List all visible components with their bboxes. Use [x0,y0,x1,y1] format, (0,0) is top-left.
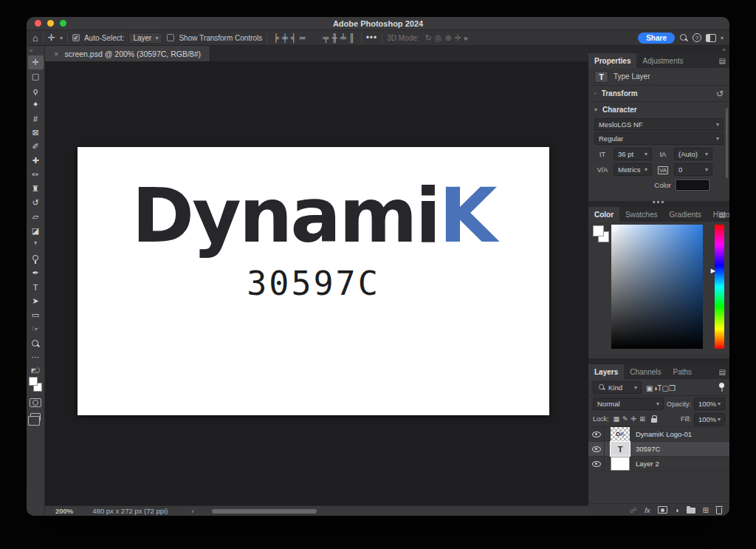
align-top-edges-icon[interactable]: ╤ [323,33,329,42]
tracking-select[interactable]: 0 ▾ [674,163,712,176]
panel-menu-icon[interactable]: ▤ [719,57,726,65]
character-section-header[interactable]: ▾ Character [588,102,729,117]
layer-visibility-toggle[interactable] [588,442,605,456]
layer-row[interactable]: T30597C [588,442,729,457]
filter-kind-select[interactable]: Kind ▾ [593,381,642,394]
pen-tool[interactable]: ✒ [28,266,44,280]
document-tab[interactable]: × screen.psd @ 200% (30597C, RGB/8#) [45,46,210,61]
tab-color[interactable]: Color [588,207,619,222]
add-mask-icon[interactable] [658,506,667,514]
minimize-window-button[interactable] [47,20,54,27]
transform-section-header[interactable]: › Transform ↺ [588,86,729,102]
canvas[interactable]: DynamiK 30597C [78,147,549,415]
tab-adjustments[interactable]: Adjustments [636,53,689,68]
panel-scrollbar[interactable] [726,108,728,178]
tab-gradients[interactable]: Gradients [663,207,707,222]
saturation-brightness-field[interactable] [611,225,703,349]
collapse-panels-icon[interactable]: » [588,46,729,53]
gradient-tool[interactable]: ◪ [28,224,44,238]
healing-brush-tool[interactable]: ✚ [28,154,44,168]
align-right-edges-icon[interactable]: ╡ [291,33,297,42]
foreground-background-colors[interactable] [593,225,611,243]
object-selection-tool[interactable]: ✦ [28,98,44,112]
home-icon[interactable]: ⌂ [32,33,38,44]
foreground-color-chip[interactable] [29,377,38,386]
swap-colors-icon[interactable]: ◩⤸ [31,367,40,375]
lasso-tool[interactable]: ϙ [28,83,44,98]
eyedropper-tool[interactable]: ✐ [28,140,44,154]
font-style-select[interactable]: Regular ▾ [594,132,724,145]
collapse-tools-icon[interactable]: » [27,46,44,55]
lock-position-icon[interactable]: ✛ [631,415,637,423]
fill-select[interactable]: 100% ▾ [694,413,725,426]
delete-layer-icon[interactable] [716,508,722,514]
link-layers-icon[interactable]: ☍ [630,506,637,514]
tab-properties[interactable]: Properties [588,53,636,68]
align-vertical-centers-icon[interactable]: ╫ [331,33,337,42]
show-transform-controls-checkbox[interactable] [167,34,174,41]
dodge-tool[interactable] [28,252,44,266]
hue-slider-pointer[interactable]: ▶ [711,268,715,274]
layer-thumbnail[interactable] [611,457,630,471]
zoom-tool[interactable] [28,336,44,350]
blur-tool[interactable]: ❜ [28,238,44,252]
frame-tool[interactable]: ⊠ [28,126,44,140]
lock-all-icon[interactable] [651,415,657,423]
filter-smart-objects-icon[interactable]: ❐ [669,384,676,392]
lock-transparent-pixels-icon[interactable]: ▦ [614,415,620,423]
panel-menu-icon[interactable]: ▤ [719,211,726,219]
rectangle-tool[interactable]: ▭ [28,308,44,322]
history-brush-tool[interactable]: ↺ [28,196,44,210]
align-left-edges-icon[interactable]: ╞ [273,33,279,42]
move-tool-preset-icon[interactable]: ✛ [48,33,55,43]
distribute-icon[interactable]: ║ [349,33,355,42]
type-tool[interactable]: T [28,280,44,294]
panel-menu-icon[interactable]: ▤ [719,368,726,376]
zoom-level-field[interactable]: 200% [45,507,80,515]
more-character-options[interactable]: ••• [588,197,729,206]
marquee-tool[interactable]: ▢ [28,69,44,83]
more-options-button[interactable]: ••• [366,33,378,43]
blend-mode-select[interactable]: Normal ▾ [593,398,664,410]
chevron-down-icon[interactable]: ▾ [60,35,63,41]
close-tab-icon[interactable]: × [54,50,58,58]
lock-image-pixels-icon[interactable]: ✎ [622,415,628,423]
text-color-swatch[interactable] [676,180,709,190]
leading-select[interactable]: (Auto) ▾ [674,148,712,160]
filter-toggle-pin[interactable] [719,383,725,392]
tab-paths[interactable]: Paths [667,364,698,379]
path-selection-tool[interactable]: ➤ [28,294,44,308]
chevron-down-icon[interactable]: ▾ [721,35,724,41]
tab-swatches[interactable]: Swatches [619,207,663,222]
layer-row[interactable]: Layer 2 [588,457,729,471]
screen-mode-button[interactable] [30,413,41,421]
layer-effects-icon[interactable]: fx [645,506,650,514]
lock-artboard-icon[interactable]: ⊞ [639,415,645,423]
font-size-select[interactable]: 36 pt ▾ [614,148,652,160]
eraser-tool[interactable]: ▱ [28,210,44,224]
align-center-icon[interactable]: ═ [300,33,306,42]
filter-shape-layers-icon[interactable]: ▢ [662,384,669,392]
tab-channels[interactable]: Channels [624,364,667,379]
font-family-select[interactable]: MesloLGS NF ▾ [594,118,724,131]
layer-visibility-toggle[interactable] [588,427,605,441]
crop-tool[interactable]: # [28,112,44,126]
new-layer-icon[interactable]: ⊞ [703,506,709,514]
brush-tool[interactable]: ✏ [28,168,44,182]
align-bottom-edges-icon[interactable]: ╧ [340,33,346,42]
hue-slider[interactable] [715,225,724,349]
new-group-icon[interactable] [687,508,695,514]
align-horizontal-centers-icon[interactable]: ╪ [282,33,288,42]
maximize-window-button[interactable] [60,20,66,27]
reset-transform-icon[interactable]: ↺ [716,89,724,99]
workspace-switcher-icon[interactable] [706,34,716,42]
search-icon[interactable] [679,33,688,42]
share-button[interactable]: Share [638,33,675,44]
layer-row[interactable]: DKDynamiK Logo-01 [588,427,729,442]
color-picker-indicator[interactable] [613,226,618,231]
layer-visibility-toggle[interactable] [588,457,605,471]
tab-layers[interactable]: Layers [588,364,624,379]
adjustment-layer-icon[interactable]: ◑ [675,506,679,514]
edit-toolbar-button[interactable]: ⋯ [28,350,44,364]
help-icon[interactable]: ? [693,33,701,42]
